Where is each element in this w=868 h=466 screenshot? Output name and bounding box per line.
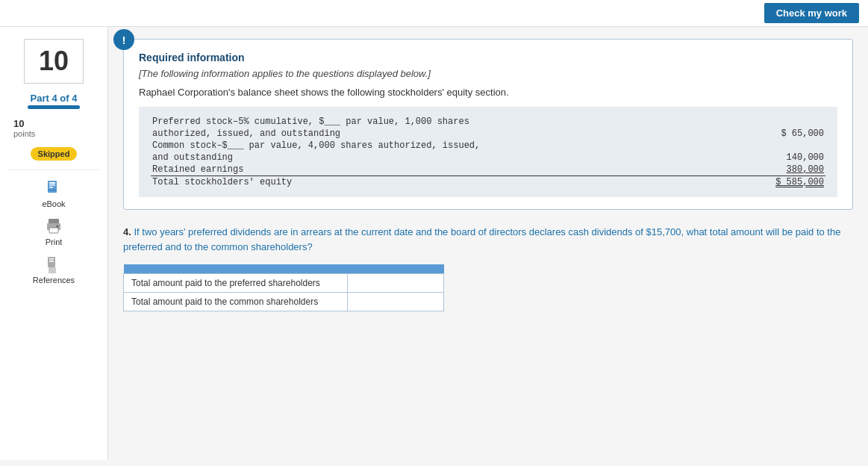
equity-table: Preferred stock–5% cumulative, $___ par … <box>151 116 825 188</box>
print-item[interactable]: Print <box>45 217 63 246</box>
answer-col1-header <box>124 264 348 274</box>
question-text: 4. If two years' preferred dividends are… <box>123 225 853 254</box>
print-icon <box>45 217 63 235</box>
equity-label-1: Preferred stock–5% cumulative, $___ par … <box>151 116 735 128</box>
part-progress-fill <box>28 105 80 109</box>
answer-table-header-row <box>124 264 444 274</box>
equity-row-5: Retained earnings 380,000 <box>151 164 825 176</box>
references-item[interactable]: References <box>33 255 75 285</box>
preferred-input[interactable] <box>355 278 436 288</box>
equity-amount-total: $ 585,000 <box>735 176 825 189</box>
answer-table: Total amount paid to the preferred share… <box>123 264 444 311</box>
svg-rect-3 <box>49 187 53 188</box>
equity-amount-4: 140,000 <box>735 152 825 164</box>
sidebar: 10 Part 4 of 4 10 points Skipped eBook <box>0 27 108 460</box>
equity-label-2: authorized, issued, and outstanding <box>151 128 735 140</box>
svg-rect-5 <box>49 219 59 224</box>
preferred-input-cell[interactable] <box>348 274 444 293</box>
part-label: Part 4 of 4 <box>28 93 80 104</box>
equity-row-3: Common stock–$___ par value, 4,000 share… <box>151 140 825 152</box>
equity-row-2: authorized, issued, and outstanding $ 65… <box>151 128 825 140</box>
ebook-label: eBook <box>42 199 65 208</box>
references-icon <box>45 255 63 273</box>
svg-rect-7 <box>49 228 58 233</box>
page-layout: 10 Part 4 of 4 10 points Skipped eBook <box>0 27 868 460</box>
points-label: points <box>13 129 100 138</box>
info-card: ! Required information [The following in… <box>123 39 853 210</box>
check-work-button[interactable]: Check my work <box>764 3 859 23</box>
equity-table-wrapper: Preferred stock–5% cumulative, $___ par … <box>139 107 837 197</box>
question-number-box: 10 <box>24 39 84 84</box>
ebook-icon <box>45 179 63 197</box>
answer-col2-header <box>348 264 444 274</box>
question-section: 4. If two years' preferred dividends are… <box>123 225 853 311</box>
required-info-title: Required information <box>139 52 837 63</box>
skipped-badge: Skipped <box>31 147 78 161</box>
balance-sheet-intro: Raphael Corporation's balance sheet show… <box>139 87 837 98</box>
points-section: 10 points <box>7 118 100 138</box>
ebook-item[interactable]: eBook <box>42 179 65 208</box>
part-progress-bar <box>28 105 80 109</box>
equity-label-3: Common stock–$___ par value, 4,000 share… <box>151 140 735 152</box>
common-label: Total amount paid to the common sharehol… <box>124 293 348 311</box>
svg-point-8 <box>57 226 59 228</box>
answer-row-common: Total amount paid to the common sharehol… <box>124 293 444 311</box>
svg-rect-11 <box>49 261 54 262</box>
question-number: 10 <box>39 46 69 77</box>
equity-row-4: and outstanding 140,000 <box>151 152 825 164</box>
points-number: 10 <box>13 118 100 129</box>
equity-label-total: Total stockholders' equity <box>151 176 735 189</box>
equity-label-5: Retained earnings <box>151 164 735 176</box>
svg-rect-2 <box>49 184 55 186</box>
equity-label-4: and outstanding <box>151 152 735 164</box>
equity-row-1: Preferred stock–5% cumulative, $___ par … <box>151 116 825 128</box>
italic-note: [The following information applies to th… <box>139 68 837 79</box>
references-label: References <box>33 276 75 285</box>
equity-amount-2: $ 65,000 <box>735 128 825 140</box>
equity-amount-5: 380,000 <box>735 164 825 176</box>
answer-row-preferred: Total amount paid to the preferred share… <box>124 274 444 293</box>
svg-rect-4 <box>48 190 57 190</box>
main-content: ! Required information [The following in… <box>108 27 868 460</box>
equity-row-total: Total stockholders' equity $ 585,000 <box>151 176 825 189</box>
svg-rect-12 <box>49 267 56 273</box>
question-body: If two years' preferred dividends are in… <box>123 226 840 252</box>
question-number-label: 4. <box>123 226 131 237</box>
common-input[interactable] <box>355 296 436 307</box>
sidebar-divider <box>7 170 100 170</box>
common-input-cell[interactable] <box>348 293 444 311</box>
svg-rect-1 <box>49 182 55 184</box>
print-label: Print <box>46 237 63 246</box>
top-bar: Check my work <box>0 0 868 27</box>
preferred-label: Total amount paid to the preferred share… <box>124 274 348 293</box>
svg-rect-10 <box>49 258 54 260</box>
info-icon: ! <box>113 29 134 50</box>
